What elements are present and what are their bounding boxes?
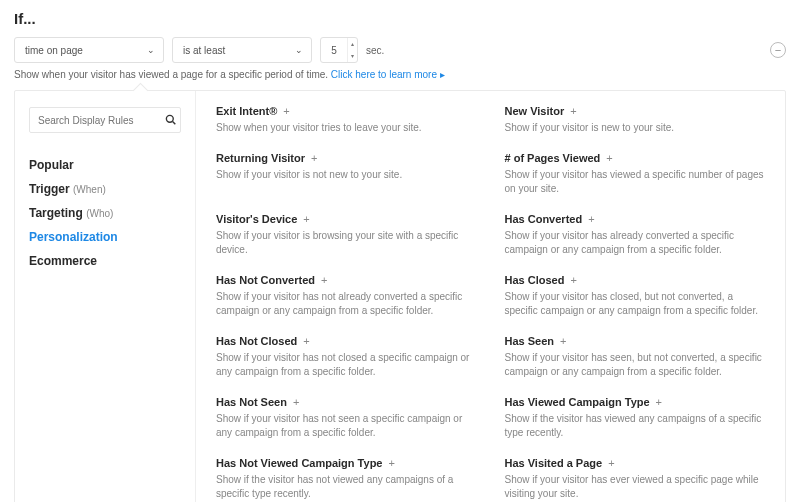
chevron-down-icon: ⌄ (147, 45, 155, 55)
rule-title-text: Has Not Converted (216, 274, 315, 286)
plus-icon: + (311, 152, 317, 164)
field-select[interactable]: time on page ⌄ (14, 37, 164, 63)
collapse-button[interactable]: − (770, 42, 786, 58)
rule-title[interactable]: Has Not Viewed Campaign Type+ (216, 457, 477, 469)
plus-icon: + (608, 457, 614, 469)
helper-text: Show when your visitor has viewed a page… (14, 69, 786, 80)
sidebar-item-popular[interactable]: Popular (29, 153, 181, 177)
rule-title-text: Has Seen (505, 335, 555, 347)
rule-has-not-seen: Has Not Seen+ Show if your visitor has n… (216, 396, 477, 441)
rule-desc: Show if your visitor is browsing your si… (216, 229, 477, 258)
rule-desc: Show if your visitor has ever viewed a s… (505, 473, 766, 502)
rule-title[interactable]: Exit Intent®+ (216, 105, 477, 117)
rule-title[interactable]: Has Seen+ (505, 335, 766, 347)
sidebar-item-label: Ecommerce (29, 254, 97, 268)
rule-title-text: Has Viewed Campaign Type (505, 396, 650, 408)
sidebar-item-label: Popular (29, 158, 74, 172)
operator-select-value: is at least (183, 45, 225, 56)
rule-has-visited-page: Has Visited a Page+ Show if your visitor… (505, 457, 766, 502)
svg-point-0 (166, 115, 173, 122)
value-unit: sec. (366, 45, 384, 56)
rule-desc: Show if your visitor has not seen a spec… (216, 412, 477, 441)
rule-title-text: Returning Visitor (216, 152, 305, 164)
rule-desc: Show if the visitor has viewed any campa… (505, 412, 766, 441)
sidebar-item-targeting[interactable]: Targeting (Who) (29, 201, 181, 225)
rule-desc: Show if your visitor has viewed a specif… (505, 168, 766, 197)
rule-title[interactable]: Has Viewed Campaign Type+ (505, 396, 766, 408)
sidebar-item-label: Trigger (29, 182, 70, 196)
search-input[interactable] (38, 115, 165, 126)
rule-title[interactable]: Visitor's Device+ (216, 213, 477, 225)
plus-icon: + (293, 396, 299, 408)
rule-desc: Show if your visitor has closed, but not… (505, 290, 766, 319)
rule-bar: time on page ⌄ is at least ⌄ 5 ▴ ▾ sec. … (14, 37, 786, 63)
plus-icon: + (656, 396, 662, 408)
plus-icon: + (303, 335, 309, 347)
rule-title-text: Has Closed (505, 274, 565, 286)
plus-icon: + (283, 105, 289, 117)
rule-title[interactable]: Has Not Closed+ (216, 335, 477, 347)
rule-exit-intent: Exit Intent®+ Show when your visitor tri… (216, 105, 477, 136)
field-select-value: time on page (25, 45, 83, 56)
search-box[interactable] (29, 107, 181, 133)
plus-icon: + (560, 335, 566, 347)
value-input[interactable]: 5 (321, 45, 347, 56)
rule-title[interactable]: New Visitor+ (505, 105, 766, 117)
value-spinner: ▴ ▾ (347, 38, 357, 62)
rule-has-not-converted: Has Not Converted+ Show if your visitor … (216, 274, 477, 319)
rule-desc: Show if your visitor has not closed a sp… (216, 351, 477, 380)
rule-title[interactable]: Has Closed+ (505, 274, 766, 286)
rule-title-text: Visitor's Device (216, 213, 297, 225)
rule-has-not-viewed-type: Has Not Viewed Campaign Type+ Show if th… (216, 457, 477, 502)
rule-title[interactable]: Has Visited a Page+ (505, 457, 766, 469)
rule-title-text: # of Pages Viewed (505, 152, 601, 164)
chevron-down-icon: ⌄ (295, 45, 303, 55)
plus-icon: + (388, 457, 394, 469)
plus-icon: + (570, 274, 576, 286)
rule-has-converted: Has Converted+ Show if your visitor has … (505, 213, 766, 258)
rule-title-text: Exit Intent® (216, 105, 277, 117)
sidebar-item-sub: (Who) (86, 208, 113, 219)
sidebar: Popular Trigger (When) Targeting (Who) P… (15, 91, 195, 502)
rule-desc: Show if your visitor has already convert… (505, 229, 766, 258)
rule-title-text: Has Not Seen (216, 396, 287, 408)
rule-title-text: New Visitor (505, 105, 565, 117)
rule-visitors-device: Visitor's Device+ Show if your visitor i… (216, 213, 477, 258)
learn-more-link[interactable]: Click here to learn more ▸ (331, 69, 445, 80)
rule-title[interactable]: Returning Visitor+ (216, 152, 477, 164)
rule-title[interactable]: # of Pages Viewed+ (505, 152, 766, 164)
sidebar-item-trigger[interactable]: Trigger (When) (29, 177, 181, 201)
step-down-icon[interactable]: ▾ (348, 50, 357, 62)
rule-title-text: Has Not Closed (216, 335, 297, 347)
rule-returning-visitor: Returning Visitor+ Show if your visitor … (216, 152, 477, 197)
sidebar-item-ecommerce[interactable]: Ecommerce (29, 249, 181, 273)
rule-desc: Show if your visitor has not already con… (216, 290, 477, 319)
rule-new-visitor: New Visitor+ Show if your visitor is new… (505, 105, 766, 136)
plus-icon: + (321, 274, 327, 286)
plus-icon: + (570, 105, 576, 117)
minus-icon: − (775, 45, 781, 56)
search-icon (165, 114, 176, 127)
rules-panel: Popular Trigger (When) Targeting (Who) P… (14, 90, 786, 502)
rule-desc: Show if your visitor has seen, but not c… (505, 351, 766, 380)
rule-desc: Show if your visitor is new to your site… (505, 121, 766, 136)
plus-icon: + (588, 213, 594, 225)
plus-icon: + (303, 213, 309, 225)
rule-has-viewed-type: Has Viewed Campaign Type+ Show if the vi… (505, 396, 766, 441)
rule-title[interactable]: Has Not Converted+ (216, 274, 477, 286)
step-up-icon[interactable]: ▴ (348, 38, 357, 50)
sidebar-item-sub: (When) (73, 184, 106, 195)
rule-title-text: Has Not Viewed Campaign Type (216, 457, 382, 469)
page-title: If... (14, 10, 786, 27)
rule-title-text: Has Visited a Page (505, 457, 603, 469)
rule-has-seen: Has Seen+ Show if your visitor has seen,… (505, 335, 766, 380)
rule-desc: Show if the visitor has not viewed any c… (216, 473, 477, 502)
operator-select[interactable]: is at least ⌄ (172, 37, 312, 63)
helper-text-body: Show when your visitor has viewed a page… (14, 69, 331, 80)
svg-line-1 (173, 121, 176, 124)
sidebar-item-label: Personalization (29, 230, 118, 244)
rule-title[interactable]: Has Not Seen+ (216, 396, 477, 408)
value-stepper[interactable]: 5 ▴ ▾ (320, 37, 358, 63)
sidebar-item-personalization[interactable]: Personalization (29, 225, 181, 249)
rule-title[interactable]: Has Converted+ (505, 213, 766, 225)
